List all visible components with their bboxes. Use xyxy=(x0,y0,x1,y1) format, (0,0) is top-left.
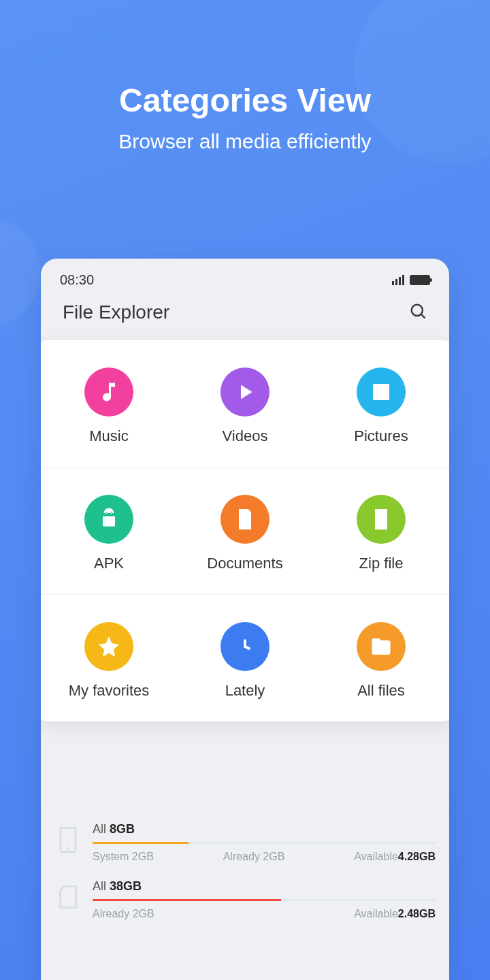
phone-frame: 08:30 File Explorer Music Videos xyxy=(41,259,449,980)
search-icon[interactable] xyxy=(408,301,427,323)
svg-point-2 xyxy=(376,387,379,390)
clock-icon xyxy=(220,622,270,671)
battery-icon xyxy=(410,275,430,285)
category-zip[interactable]: Zip file xyxy=(313,495,449,572)
category-videos[interactable]: Videos xyxy=(177,368,313,445)
folder-icon xyxy=(357,622,406,671)
category-pictures[interactable]: Pictures xyxy=(313,368,449,445)
category-label: Zip file xyxy=(359,555,404,572)
phone-icon xyxy=(54,825,82,855)
svg-point-0 xyxy=(412,305,423,316)
music-icon xyxy=(84,368,133,416)
storage-details: Already 2GB Available2.48GB xyxy=(93,908,436,920)
storage-bar xyxy=(93,842,436,844)
category-label: Lately xyxy=(225,682,265,700)
category-favorites[interactable]: My favorites xyxy=(41,622,177,700)
storage-sdcard[interactable]: All 38GB Already 2GB Available2.48GB xyxy=(48,871,442,928)
category-documents[interactable]: Documents xyxy=(177,495,313,572)
document-icon xyxy=(220,495,270,544)
category-label: APK xyxy=(94,555,124,572)
storage-bar xyxy=(93,899,436,901)
sdcard-icon xyxy=(54,882,82,912)
storage-total: All 38GB xyxy=(93,879,436,894)
star-icon xyxy=(84,622,133,671)
categories-card: Music Videos Pictures APK xyxy=(41,340,449,721)
category-label: Music xyxy=(89,427,128,445)
svg-line-1 xyxy=(421,314,425,318)
storage-section: All 8GB System 2GB Already 2GB Available… xyxy=(41,803,449,939)
storage-total: All 8GB xyxy=(93,822,436,836)
category-label: Pictures xyxy=(354,427,408,445)
category-label: My favorites xyxy=(69,682,150,700)
category-apk[interactable]: APK xyxy=(41,495,177,572)
zip-icon xyxy=(357,495,406,544)
category-all-files[interactable]: All files xyxy=(313,622,449,700)
app-header: File Explorer xyxy=(41,293,449,337)
category-music[interactable]: Music xyxy=(41,368,177,445)
category-label: All files xyxy=(357,682,405,700)
svg-point-5 xyxy=(67,847,69,849)
status-bar: 08:30 xyxy=(41,259,449,293)
play-icon xyxy=(220,368,270,416)
storage-internal[interactable]: All 8GB System 2GB Already 2GB Available… xyxy=(48,814,442,871)
status-time: 08:30 xyxy=(60,272,94,288)
signal-icon xyxy=(392,275,404,285)
category-lately[interactable]: Lately xyxy=(177,622,313,700)
category-label: Videos xyxy=(223,427,268,445)
category-label: Documents xyxy=(207,555,282,572)
storage-details: System 2GB Already 2GB Available4.28GB xyxy=(93,851,436,863)
android-icon xyxy=(84,495,133,544)
app-title: File Explorer xyxy=(63,301,169,323)
picture-icon xyxy=(357,368,406,416)
